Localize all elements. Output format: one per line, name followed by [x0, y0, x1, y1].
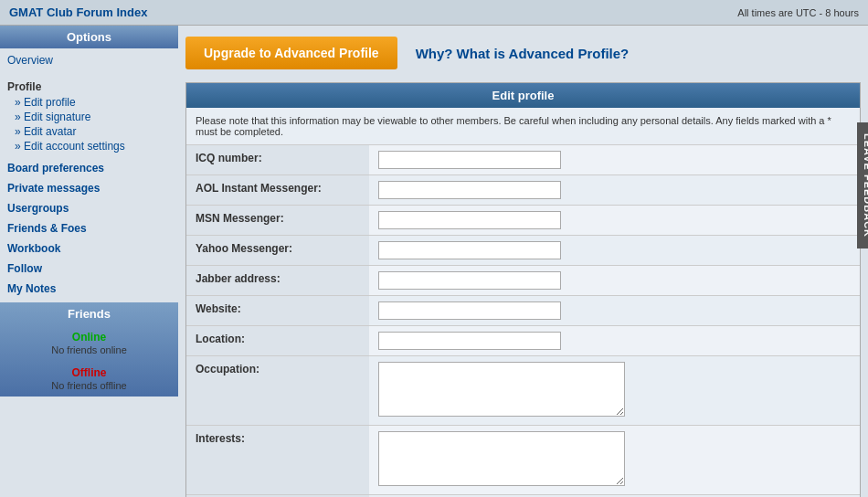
sidebar-item-my-notes[interactable]: My Notes [0, 279, 178, 299]
forum-title-link[interactable]: GMAT Club Forum Index [9, 5, 147, 19]
location-input[interactable] [378, 332, 561, 350]
no-friends-offline: No friends offline [7, 380, 171, 391]
field-label-occupation: Occupation: [186, 356, 369, 426]
field-input-cell-jabber [369, 266, 860, 296]
jabber-input[interactable] [378, 271, 561, 290]
table-row: MSN Messenger: [186, 206, 860, 236]
sidebar-profile-section: Profile Edit profile Edit signature Edit… [0, 72, 178, 158]
table-row: Location: [186, 326, 860, 356]
field-input-cell-website [369, 296, 860, 326]
table-row: Jabber address: [186, 266, 860, 296]
field-label-aol: AOL Instant Messenger: [186, 175, 369, 206]
website-input[interactable] [378, 301, 561, 320]
main-layout: Options Overview Profile Edit profile Ed… [0, 26, 868, 497]
sidebar-item-board-prefs[interactable]: Board preferences [0, 158, 178, 178]
field-label-msn: MSN Messenger: [186, 206, 369, 236]
sidebar-item-friends-foes[interactable]: Friends & Foes [0, 218, 178, 238]
interests-textarea[interactable] [378, 431, 625, 486]
field-input-cell-interests [369, 426, 860, 495]
table-row: AOL Instant Messenger: [186, 175, 860, 206]
online-label: Online [7, 331, 171, 344]
sidebar-item-edit-avatar[interactable]: Edit avatar [7, 124, 171, 139]
sidebar-item-workbook[interactable]: Workbook [0, 238, 178, 259]
profile-box: Edit profile Please note that this infor… [185, 82, 861, 497]
field-input-cell-location [369, 326, 860, 356]
sidebar-item-overview[interactable]: Overview [7, 53, 171, 68]
field-label-icq: ICQ number: [186, 145, 369, 175]
sidebar-overview-section: Overview [0, 48, 178, 72]
field-input-cell-msn [369, 206, 860, 236]
upgrade-bar: Upgrade to Advanced Profile Why? What is… [185, 33, 861, 73]
friends-offline-section: Offline No friends offline [0, 361, 178, 397]
sidebar: Options Overview Profile Edit profile Ed… [0, 26, 178, 497]
icq-input[interactable] [378, 151, 561, 169]
field-label-website: Website: [186, 296, 369, 326]
field-label-yahoo: Yahoo Messenger: [186, 236, 369, 266]
sidebar-item-edit-signature[interactable]: Edit signature [7, 110, 171, 124]
sidebar-item-follow[interactable]: Follow [0, 259, 178, 279]
field-label-interests: Interests: [186, 426, 369, 495]
sidebar-item-edit-profile[interactable]: Edit profile [7, 95, 171, 110]
friends-online-section: Online No friends online [0, 325, 178, 361]
upgrade-link[interactable]: Why? What is Advanced Profile? [416, 46, 630, 61]
offline-label: Offline [7, 366, 171, 379]
table-row: ICQ number: [186, 145, 860, 175]
table-row: Occupation: [186, 356, 860, 426]
feedback-tab[interactable]: LEAVE FEEDBACK [857, 122, 868, 248]
sidebar-item-usergroups[interactable]: Usergroups [0, 198, 178, 218]
profile-box-header: Edit profile [186, 83, 860, 108]
field-label-location: Location: [186, 326, 369, 356]
header: GMAT Club Forum Index All times are UTC … [0, 0, 868, 26]
friends-title: Friends [0, 302, 178, 325]
profile-form: ICQ number: AOL Instant Messenger: MSN M… [186, 145, 860, 497]
sidebar-item-edit-account[interactable]: Edit account settings [7, 139, 171, 153]
table-row: Interests: [186, 426, 860, 495]
occupation-textarea[interactable] [378, 362, 625, 417]
aol-input[interactable] [378, 181, 561, 199]
sidebar-options-title: Options [0, 26, 178, 48]
content-area: Upgrade to Advanced Profile Why? What is… [178, 26, 868, 497]
field-input-cell-icq [369, 145, 860, 175]
table-row: Website: [186, 296, 860, 326]
field-input-cell-yahoo [369, 236, 860, 266]
sidebar-item-private-messages[interactable]: Private messages [0, 178, 178, 198]
field-label-jabber: Jabber address: [186, 266, 369, 296]
profile-notice: Please note that this information may be… [186, 108, 860, 145]
yahoo-input[interactable] [378, 241, 561, 259]
friends-box: Friends Online No friends online Offline… [0, 302, 178, 397]
no-friends-online: No friends online [7, 344, 171, 355]
profile-section-header: Profile [7, 80, 171, 93]
msn-input[interactable] [378, 211, 561, 229]
table-row: Yahoo Messenger: [186, 236, 860, 266]
upgrade-button[interactable]: Upgrade to Advanced Profile [185, 37, 397, 69]
timezone-text: All times are UTC - 8 hours [737, 7, 859, 18]
field-input-cell-occupation [369, 356, 860, 426]
field-input-cell-aol [369, 175, 860, 206]
